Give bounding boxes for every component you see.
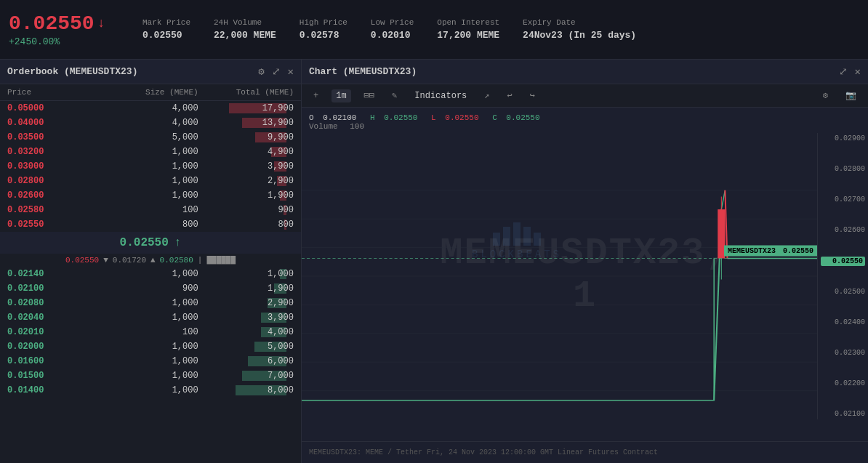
close-icon[interactable]: ✕ bbox=[288, 65, 294, 78]
bid-total: 2,900 bbox=[198, 298, 294, 308]
col-header-size: Size (MEME) bbox=[103, 88, 198, 97]
ask-order-row: 0.02800 1,000 2,900 bbox=[0, 174, 301, 188]
bid-order-row: 0.02100 900 1,900 bbox=[0, 281, 301, 296]
spread-sep: | bbox=[198, 256, 203, 265]
mid-price-row: 0.02550 ↑ bbox=[0, 232, 301, 254]
meme-label-text: MEMEUSDTX23 bbox=[728, 247, 776, 255]
ask-size: 4,000 bbox=[103, 103, 198, 113]
mid-price-value: 0.02550 bbox=[120, 236, 169, 249]
stat-high-price: High Price 0.02578 bbox=[300, 18, 347, 41]
bid-size: 100 bbox=[103, 327, 198, 337]
bid-price: 0.01500 bbox=[7, 371, 103, 381]
settings-icon[interactable]: ⚙ bbox=[258, 65, 264, 78]
stat-label-high: High Price bbox=[300, 18, 347, 27]
chart-svg bbox=[302, 133, 817, 419]
big-price-value: 0.02550 bbox=[9, 12, 95, 35]
price-main: 0.02550 ↓ +2450.00% bbox=[9, 12, 125, 47]
vol-value: 100 bbox=[350, 122, 364, 131]
plus-button[interactable]: + bbox=[309, 89, 323, 102]
big-price: 0.02550 ↓ bbox=[9, 12, 125, 35]
meme-label-tag: MEMEUSDTX23 0.02550 bbox=[724, 246, 817, 257]
bid-total: 1,900 bbox=[198, 283, 294, 294]
bid-size: 1,000 bbox=[103, 385, 198, 395]
ask-size: 4,000 bbox=[103, 118, 198, 128]
orderbook-icons: ⚙ ⤢ ✕ bbox=[258, 65, 294, 78]
bid-size: 1,000 bbox=[103, 313, 198, 323]
pct-change: +2450.00% bbox=[9, 36, 125, 47]
stat-low-price: Low Price 0.02010 bbox=[371, 18, 414, 41]
ask-total: 9,900 bbox=[198, 132, 294, 142]
interval-button[interactable]: 1m bbox=[331, 89, 350, 102]
ask-price: 0.02580 bbox=[7, 205, 103, 215]
stat-value-mark: 0.02550 bbox=[142, 30, 190, 41]
bid-total: 8,000 bbox=[198, 385, 294, 395]
bid-total: 4,000 bbox=[198, 327, 294, 337]
ask-total: 1,900 bbox=[198, 190, 294, 201]
chart-header: Chart (MEMEUSDTX23) ⤢ ✕ bbox=[302, 60, 868, 84]
axis-label-8: 0.02200 bbox=[821, 379, 865, 387]
bid-order-row: 0.01500 1,000 7,000 bbox=[0, 369, 301, 383]
bid-size: 1,000 bbox=[103, 342, 198, 352]
bid-total: 1,000 bbox=[198, 269, 294, 279]
ask-order-row: 0.03000 1,000 3,900 bbox=[0, 159, 301, 174]
ask-order-row: 0.04000 4,000 13,900 bbox=[0, 116, 301, 130]
ohlc-c: C 0.02550 bbox=[492, 113, 544, 122]
stat-value-exp: 24Nov23 (In 25 days) bbox=[523, 30, 636, 41]
redo-button[interactable]: ↪ bbox=[526, 89, 539, 102]
stat-label-exp: Expiry Date bbox=[523, 18, 636, 27]
stat-value-vol: 22,000 MEME bbox=[214, 30, 276, 41]
bid-price: 0.01400 bbox=[7, 385, 103, 395]
candle-icon[interactable]: ⊟⊟ bbox=[360, 89, 379, 102]
axis-label-current: 0.02550 bbox=[821, 257, 865, 266]
ask-size: 5,000 bbox=[103, 132, 198, 142]
expand-icon[interactable]: ⤢ bbox=[839, 65, 848, 78]
bid-price: 0.02140 bbox=[7, 269, 103, 279]
price-axis: 0.02900 0.02800 0.02700 0.02600 0.02550 … bbox=[817, 133, 868, 419]
ask-total: 2,900 bbox=[198, 176, 294, 186]
expand-icon[interactable]: ⤢ bbox=[272, 65, 281, 78]
ask-price: 0.02800 bbox=[7, 176, 103, 186]
c-value: 0.02550 bbox=[506, 113, 539, 122]
axis-label-1: 0.02800 bbox=[821, 165, 865, 173]
spread-icon1: ▼ bbox=[103, 256, 108, 265]
ask-total: 4,900 bbox=[198, 147, 294, 157]
close-icon[interactable]: ✕ bbox=[855, 65, 861, 78]
main-layout: Orderbook (MEMEUSDTX23) ⚙ ⤢ ✕ Price Size… bbox=[0, 60, 868, 463]
vol-label: Volume bbox=[309, 122, 338, 131]
stat-label-oi: Open Interest bbox=[437, 18, 499, 27]
stat-value-low: 0.02010 bbox=[371, 30, 414, 41]
axis-label-6: 0.02400 bbox=[821, 318, 865, 326]
chart-header-icons: ⤢ ✕ bbox=[839, 65, 861, 78]
axis-label-9: 0.02100 bbox=[821, 410, 865, 418]
indicators-button[interactable]: Indicators bbox=[410, 89, 471, 102]
chart-svg-container bbox=[302, 133, 817, 419]
ask-price: 0.03200 bbox=[7, 147, 103, 157]
link-icon[interactable]: ↗ bbox=[480, 89, 494, 102]
chart-footer: MEMEUSDTX23: MEME / Tether Fri, 24 Nov 2… bbox=[302, 441, 868, 463]
ask-size: 100 bbox=[103, 205, 198, 215]
chart-panel: Chart (MEMEUSDTX23) ⤢ ✕ + 1m ⊟⊟ ✎ Indica… bbox=[302, 60, 868, 463]
ask-size: 1,000 bbox=[103, 147, 198, 157]
ask-price: 0.03000 bbox=[7, 161, 103, 172]
meme-label-val: 0.02550 bbox=[783, 247, 813, 255]
drawing-icon[interactable]: ✎ bbox=[387, 89, 401, 102]
bid-order-row: 0.02040 1,000 3,900 bbox=[0, 310, 301, 325]
c-label: C bbox=[492, 113, 497, 122]
bid-price: 0.02000 bbox=[7, 342, 103, 352]
axis-label-7: 0.02300 bbox=[821, 349, 865, 357]
stat-mark-price: Mark Price 0.02550 bbox=[142, 18, 190, 41]
bid-order-row: 0.01600 1,000 6,000 bbox=[0, 354, 301, 369]
bid-total: 5,000 bbox=[198, 342, 294, 352]
undo-button[interactable]: ↩ bbox=[503, 89, 517, 102]
ask-total: 17,900 bbox=[198, 103, 294, 113]
col-header-price: Price bbox=[7, 88, 103, 97]
chart-settings-icon[interactable]: ⚙ bbox=[819, 89, 832, 102]
bid-size: 1,000 bbox=[103, 298, 198, 308]
ohlc-h: H 0.02550 bbox=[370, 113, 427, 122]
chart-ohlc-info: O 0.02100 H 0.02550 L 0.02550 C 0.02550 bbox=[309, 113, 549, 131]
bid-rows: 0.02140 1,000 1,000 0.02100 900 1,900 0.… bbox=[0, 267, 301, 398]
camera-icon[interactable]: 📷 bbox=[841, 89, 861, 102]
chart-title: Chart (MEMEUSDTX23) bbox=[309, 66, 417, 77]
ask-order-row: 0.02580 100 900 bbox=[0, 203, 301, 217]
ask-rows: 0.05000 4,000 17,900 0.04000 4,000 13,90… bbox=[0, 101, 301, 232]
